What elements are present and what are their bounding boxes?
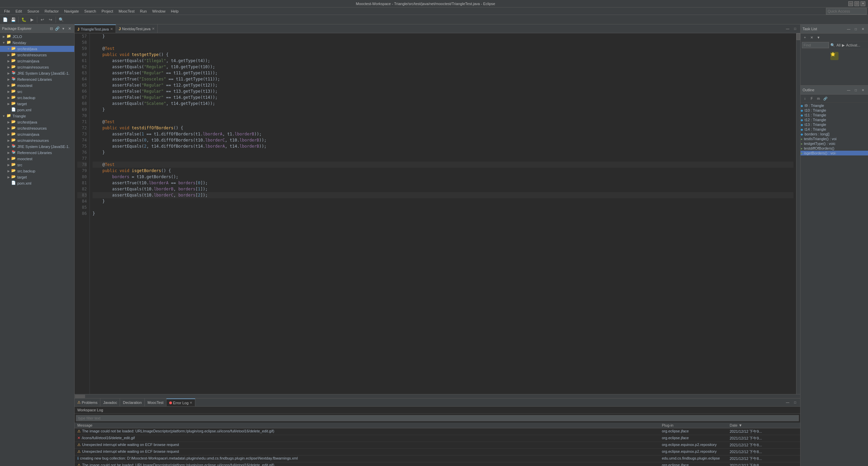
collapse-all-button[interactable]: ⊟ bbox=[48, 26, 54, 31]
src-main-java-arrow[interactable]: ▶ bbox=[6, 59, 11, 63]
task-close-button[interactable]: ✕ bbox=[860, 26, 866, 32]
tree-item-srcbak-tri[interactable]: ▶ 📂 src.backup bbox=[0, 168, 74, 174]
tree-item-src-test-java[interactable]: ▼ 📂 src/test/java bbox=[0, 46, 74, 52]
tree-item-srcbak-next[interactable]: ▶ 📂 src.backup bbox=[0, 95, 74, 101]
menu-help[interactable]: Help bbox=[168, 8, 181, 14]
outline-sort-button[interactable]: ↕ bbox=[802, 95, 808, 101]
quick-access-input[interactable] bbox=[826, 8, 867, 15]
outline-sync-button[interactable]: 🔗 bbox=[822, 95, 828, 101]
editor-hscroll[interactable] bbox=[75, 394, 800, 398]
close-button[interactable]: ✕ bbox=[861, 1, 865, 6]
tab-triangle-close[interactable]: ✕ bbox=[110, 27, 113, 31]
tree-item-jre-tri[interactable]: ▶ 📚 JRE System Library [JavaSE-1. bbox=[0, 144, 74, 150]
tree-item-pom-next[interactable]: ▶ 📄 pom.xml bbox=[0, 107, 74, 113]
task-maximize-button[interactable]: □ bbox=[853, 26, 859, 32]
tree-item-jclo[interactable]: ▶ 📁 JCLO bbox=[0, 34, 74, 40]
outline-item-t9[interactable]: ◆ t9 : Triangle bbox=[801, 103, 868, 108]
log-row-1[interactable]: ⚠The image could not be loaded: URLImage… bbox=[75, 428, 800, 435]
menu-search[interactable]: Search bbox=[82, 8, 99, 14]
outline-item-t11[interactable]: ◆ t11 : Triangle bbox=[801, 113, 868, 117]
tab-error-log[interactable]: Error Log ✕ bbox=[166, 398, 195, 406]
task-add-button[interactable]: + bbox=[802, 34, 808, 40]
tree-item-src-tri[interactable]: ▶ 📂 src bbox=[0, 162, 74, 168]
maximize-button[interactable]: □ bbox=[854, 1, 859, 6]
reflibs-tri-arrow[interactable]: ▶ bbox=[6, 151, 11, 154]
log-row-4[interactable]: ⚠Unexpected interrupt while waiting on E… bbox=[75, 449, 800, 455]
target-next-arrow[interactable]: ▶ bbox=[6, 102, 11, 106]
link-editor-button[interactable]: 🔗 bbox=[55, 26, 60, 31]
tree-item-mooctest-next[interactable]: ▶ 📂 mooctest bbox=[0, 82, 74, 89]
new-button[interactable]: 📄 bbox=[1, 16, 9, 23]
menu-window[interactable]: Window bbox=[150, 8, 168, 14]
sidebar-menu-button[interactable]: ▾ bbox=[61, 26, 66, 31]
outline-item-isgetBorders[interactable]: ● isgetBorders() : voi › bbox=[801, 151, 868, 155]
max-bottom-button[interactable]: □ bbox=[791, 399, 799, 406]
tab-nextday-test[interactable]: J NextdayTest.java ✕ bbox=[116, 24, 158, 33]
menu-mooctest[interactable]: MoocTest bbox=[116, 8, 137, 14]
redo-button[interactable]: ↪ bbox=[47, 16, 54, 23]
srcbak-tri-arrow[interactable]: ▶ bbox=[6, 169, 11, 173]
src-main-res-tri-arrow[interactable]: ▶ bbox=[6, 139, 11, 142]
src-main-java-tri-arrow[interactable]: ▶ bbox=[6, 133, 11, 136]
sidebar-close-button[interactable]: ✕ bbox=[67, 26, 72, 31]
outline-item-t10[interactable]: ◆ t10 : Triangle bbox=[801, 108, 868, 113]
menu-run[interactable]: Run bbox=[137, 8, 150, 14]
tree-item-src-main-res-tri[interactable]: ▶ 📂 src/main/resources bbox=[0, 137, 74, 144]
src-test-res-arrow[interactable]: ▶ bbox=[6, 53, 11, 57]
tree-item-reflibs-tri[interactable]: ▶ 📚 Referenced Libraries bbox=[0, 150, 74, 156]
tree-item-src-test-res-tri[interactable]: ▶ 📂 src/test/resources bbox=[0, 125, 74, 131]
tree-item-src-main-java[interactable]: ▶ 📂 src/main/java bbox=[0, 58, 74, 64]
log-row-2[interactable]: ✕/icons/full/etool16/delete_edit.gif org… bbox=[75, 435, 800, 442]
task-find-input[interactable] bbox=[802, 42, 829, 48]
undo-button[interactable]: ↩ bbox=[39, 16, 46, 23]
mooctest-tri-arrow[interactable]: ▶ bbox=[6, 157, 11, 161]
maximize-editor-button[interactable]: □ bbox=[791, 25, 799, 33]
min-bottom-button[interactable]: — bbox=[784, 399, 791, 406]
outline-item-testIsTriangle[interactable]: ● testIsTriangle() : voi bbox=[801, 136, 868, 141]
outline-item-t14[interactable]: ◆ t14 : Triangle bbox=[801, 127, 868, 132]
nextday-arrow[interactable]: ▼ bbox=[1, 41, 6, 44]
tab-triangle-test[interactable]: J TriangleTest.java ✕ bbox=[75, 24, 116, 33]
tree-item-jre-next[interactable]: ▶ 📚 JRE System Library [JavaSE-1. bbox=[0, 70, 74, 76]
jclo-arrow[interactable]: ▶ bbox=[1, 35, 6, 38]
log-filter-input[interactable] bbox=[76, 415, 799, 421]
tree-item-src-test-java-tri[interactable]: ▶ 📂 src/test/java bbox=[0, 119, 74, 125]
save-button[interactable]: 💾 bbox=[9, 16, 17, 23]
outline-hide-methods-button[interactable]: m bbox=[815, 95, 822, 101]
menu-file[interactable]: File bbox=[1, 8, 13, 14]
log-row-6[interactable]: ⚠The image could not be loaded: URLImage… bbox=[75, 462, 800, 466]
src-tri-arrow[interactable]: ▶ bbox=[6, 163, 11, 167]
minimize-editor-button[interactable]: — bbox=[784, 25, 791, 33]
tree-item-reflibs-next[interactable]: ▶ 📚 Referenced Libraries bbox=[0, 76, 74, 82]
outline-item-testdiffOfBorders[interactable]: ● testdiffOfBorders() bbox=[801, 146, 868, 151]
tree-item-src-test-res[interactable]: ▶ 📂 src/test/resources bbox=[0, 52, 74, 58]
tab-declaration[interactable]: Declaration bbox=[120, 398, 145, 406]
log-row-3[interactable]: ⚠Unexpected interrupt while waiting on E… bbox=[75, 442, 800, 449]
error-log-close[interactable]: ✕ bbox=[190, 401, 192, 405]
jre-next-arrow[interactable]: ▶ bbox=[6, 72, 11, 75]
code-area[interactable]: } @Test public void testgetType() { asse… bbox=[90, 33, 796, 394]
tab-nextday-close[interactable]: ✕ bbox=[152, 27, 155, 31]
src-test-java-tri-arrow[interactable]: ▶ bbox=[6, 120, 11, 124]
minimize-button[interactable]: — bbox=[848, 1, 853, 6]
jre-tri-arrow[interactable]: ▶ bbox=[6, 145, 11, 148]
menu-refactor[interactable]: Refactor bbox=[42, 8, 62, 14]
outline-maximize-button[interactable]: □ bbox=[853, 87, 859, 93]
outline-item-t12[interactable]: ◆ t12 : Triangle bbox=[801, 117, 868, 122]
tab-javadoc[interactable]: Javadoc bbox=[100, 398, 120, 406]
tree-item-target-tri[interactable]: ▶ 📂 target bbox=[0, 174, 74, 180]
tree-item-triangle[interactable]: ▼ 📁 Triangle bbox=[0, 113, 74, 119]
debug-button[interactable]: 🐛 bbox=[20, 16, 27, 23]
task-delete-button[interactable]: ✕ bbox=[809, 34, 815, 40]
srcbak-next-arrow[interactable]: ▶ bbox=[6, 96, 11, 99]
triangle-arrow[interactable]: ▼ bbox=[1, 114, 6, 118]
target-tri-arrow[interactable]: ▶ bbox=[6, 175, 11, 179]
outline-item-testgetType[interactable]: ● testgetType() : voic bbox=[801, 141, 868, 146]
tree-item-nextday[interactable]: ▼ 📁 Nextday bbox=[0, 40, 74, 46]
outline-minimize-button[interactable]: — bbox=[846, 87, 852, 93]
src-test-res-tri-arrow[interactable]: ▶ bbox=[6, 127, 11, 130]
menu-project[interactable]: Project bbox=[99, 8, 116, 14]
tab-mooctest[interactable]: MoocTest bbox=[145, 398, 166, 406]
code-wrapper[interactable]: 5758596061 6263646566 6768697071 7273747… bbox=[75, 33, 800, 394]
tree-item-target-next[interactable]: ▶ 📂 target bbox=[0, 101, 74, 107]
